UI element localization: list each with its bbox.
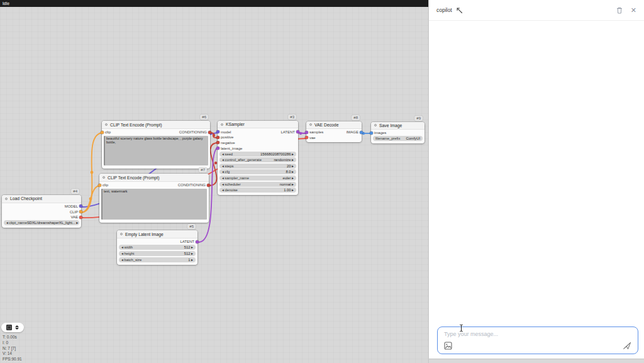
widget-denoise[interactable]: ◂ denoise1.00 ▸ [219, 187, 296, 193]
node-clip-text-encode-positive[interactable]: #6 CLIP Text Encode (Prompt) clipCONDITI… [102, 121, 210, 169]
prompt-textarea[interactable]: beautiful scenery nature glass bottle la… [104, 136, 208, 165]
model-slot-dot[interactable] [216, 130, 219, 133]
node-id-badge: #6 [200, 114, 208, 120]
slot-label: VAE [70, 215, 78, 219]
conditioning-slot-dot[interactable] [216, 136, 219, 139]
slot-label: samples [309, 130, 323, 134]
positive-input-slot[interactable]: positive [216, 135, 233, 139]
app-root: Idle #4 Load Checkpoint MODELCLIPVAE◂ ck… [0, 0, 644, 363]
attach-image-icon[interactable] [444, 342, 452, 350]
node-save-image[interactable]: #9 Save Image imagesfilename_prefixComfy… [371, 122, 425, 143]
node-title-bar[interactable]: CLIP Text Encode (Prompt) [102, 121, 210, 129]
stat-line: FPS:90.91 [3, 357, 22, 362]
widget-batch_size[interactable]: ◂ batch_size1 ▸ [119, 257, 196, 262]
collapse-dot-icon[interactable] [103, 176, 105, 179]
clip-slot-dot[interactable] [98, 184, 101, 187]
collapse-dot-icon[interactable] [120, 233, 123, 235]
LATENT-output-slot[interactable]: LATENT [180, 240, 199, 243]
node-title: CLIP Text Encode (Prompt) [110, 123, 162, 127]
node-title-bar[interactable]: VAE Decode [306, 121, 362, 129]
minimap-icon[interactable] [6, 325, 12, 330]
graph-canvas[interactable]: Idle #4 Load Checkpoint MODELCLIPVAE◂ ck… [0, 0, 428, 363]
trash-icon[interactable] [616, 6, 623, 14]
conditioning-slot-dot[interactable] [208, 131, 211, 134]
clip-slot-dot[interactable] [79, 210, 82, 213]
node-clip-text-encode-negative[interactable]: #7 CLIP Text Encode (Prompt) clipCONDITI… [99, 174, 209, 223]
latent-slot-dot[interactable] [216, 147, 219, 150]
latent-slot-dot[interactable] [296, 130, 299, 133]
chat-input[interactable]: Type your message... [437, 327, 638, 354]
node-vae-decode[interactable]: #8 VAE Decode samplesIMAGEvae [306, 121, 362, 142]
node-title: Load Checkpoint [10, 196, 42, 201]
widget-control_after_generate[interactable]: ◂ control_after_generaterandomize ▸ [219, 157, 296, 162]
node-title-bar[interactable]: Empty Latent Image [117, 230, 197, 238]
node-title: Empty Latent Image [125, 232, 164, 237]
negative-input-slot[interactable]: negative [216, 141, 235, 145]
slot-label: vae [309, 136, 316, 140]
collapse-dot-icon[interactable] [374, 124, 377, 126]
collapse-dot-icon[interactable] [105, 123, 108, 126]
link-wires [0, 0, 428, 363]
node-title-bar[interactable]: KSampler [218, 121, 298, 128]
prompt-textarea[interactable]: text, watermark [101, 189, 207, 220]
widget-width[interactable]: ◂ width512 ▸ [119, 245, 196, 250]
node-load-checkpoint[interactable]: #4 Load Checkpoint MODELCLIPVAE◂ ckpt_na… [2, 195, 81, 228]
conditioning-slot-dot[interactable] [207, 184, 210, 187]
model-input-slot[interactable]: model [216, 130, 231, 134]
node-empty-latent-image[interactable]: #5 Empty Latent Image LATENT◂ width512 ▸… [117, 230, 197, 265]
widget-cfg[interactable]: ◂ cfg8.0 ▸ [219, 169, 296, 174]
node-title-bar[interactable]: Load Checkpoint [2, 195, 81, 203]
widget-sampler_name[interactable]: ◂ sampler_nameeuler ▸ [219, 176, 296, 181]
node-title-bar[interactable]: Save Image [371, 122, 425, 130]
image-slot-dot[interactable] [370, 131, 373, 135]
CONDITIONING-output-slot[interactable]: CONDITIONING [178, 183, 210, 187]
node-title-bar[interactable]: CLIP Text Encode (Prompt) [99, 174, 209, 182]
canvas-controls[interactable] [1, 323, 24, 332]
perf-stats: T: 0.00s I: 0 N: 7 [7] V: 14 FPS:90.91 [3, 335, 22, 362]
images-input-slot[interactable]: images [370, 131, 386, 135]
node-title: CLIP Text Encode (Prompt) [108, 176, 159, 180]
vae-input-slot[interactable]: vae [305, 136, 316, 140]
slot-label: CONDITIONING [179, 130, 207, 134]
samples-input-slot[interactable]: samples [305, 130, 323, 134]
MODEL-output-slot[interactable]: MODEL [65, 204, 82, 208]
vae-slot-dot[interactable] [79, 216, 82, 219]
node-title: KSampler [226, 122, 245, 126]
latent-slot-dot[interactable] [196, 240, 199, 243]
IMAGE-output-slot[interactable]: IMAGE [347, 130, 363, 134]
link-dot [91, 171, 94, 174]
close-icon[interactable]: ✕ [631, 7, 636, 14]
collapse-dot-icon[interactable] [221, 123, 223, 126]
widget-height[interactable]: ◂ height512 ▸ [119, 251, 196, 256]
clip-slot-dot[interactable] [101, 131, 104, 134]
node-title: Save Image [379, 123, 402, 128]
LATENT-output-slot[interactable]: LATENT [280, 130, 299, 134]
panel-footer-strip [429, 359, 644, 363]
status-bar: Idle [0, 0, 428, 7]
stat-line: N: 7 [7] [3, 346, 22, 352]
vae-slot-dot[interactable] [305, 136, 308, 139]
VAE-output-slot[interactable]: VAE [70, 215, 82, 219]
link-dot [299, 132, 302, 135]
CONDITIONING-output-slot[interactable]: CONDITIONING [179, 130, 211, 134]
conditioning-slot-dot[interactable] [216, 141, 219, 144]
collapse-dot-icon[interactable] [5, 198, 8, 200]
clip-input-slot[interactable]: clip [98, 183, 108, 187]
slot-label: latent_image [221, 147, 242, 150]
widget-seed[interactable]: ◂ seed156680208700286 ▸ [219, 152, 296, 157]
model-slot-dot[interactable] [79, 204, 82, 208]
widget-filename_prefix[interactable]: filename_prefixComfyUI [373, 136, 423, 141]
node-ksampler[interactable]: #3 KSampler modelLATENTpositivenegativel… [218, 121, 298, 195]
collapse-dot-icon[interactable] [309, 123, 312, 126]
latent-slot-dot[interactable] [305, 131, 308, 134]
send-icon[interactable] [623, 342, 631, 350]
image-slot-dot[interactable] [360, 131, 363, 134]
clip-input-slot[interactable]: clip [101, 130, 111, 134]
widget-scheduler[interactable]: ◂ schedulernormal ▸ [219, 182, 296, 187]
node-id-badge: #8 [352, 115, 360, 120]
widget-ckpt_name[interactable]: ◂ ckpt_nameSDXL/dreamshaperXL_light... ▸ [4, 220, 79, 225]
latent_image-input-slot[interactable]: latent_image [216, 147, 242, 150]
widget-steps[interactable]: ◂ steps20 ▸ [219, 164, 296, 169]
CLIP-output-slot[interactable]: CLIP [70, 210, 82, 214]
arrows-up-down-icon[interactable] [15, 325, 19, 330]
